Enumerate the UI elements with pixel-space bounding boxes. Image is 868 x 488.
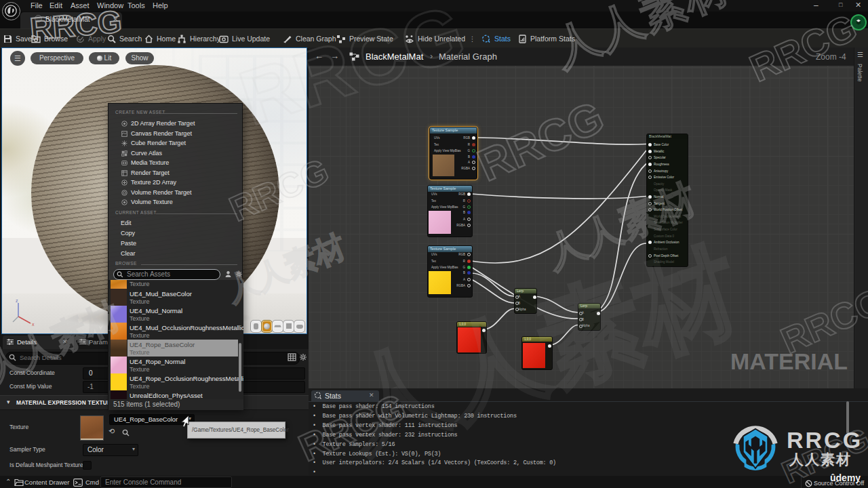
svg-text:x: x [32, 322, 35, 327]
svg-text:z: z [16, 298, 18, 303]
